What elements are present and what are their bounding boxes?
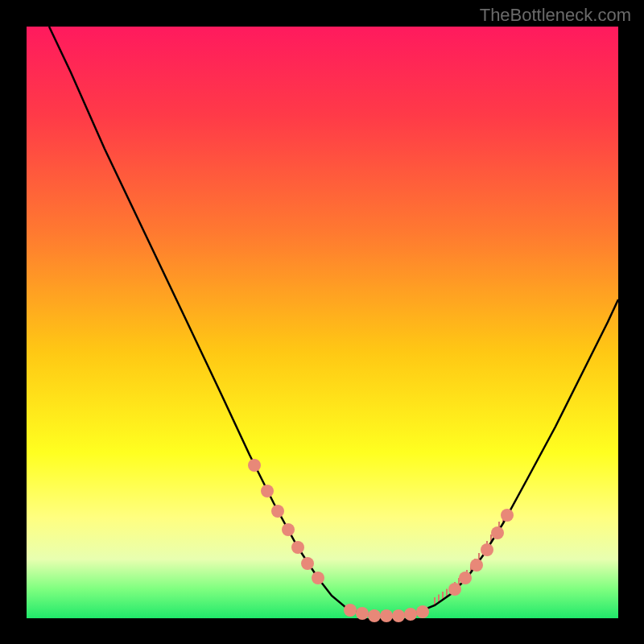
data-point [501,509,514,522]
data-point [312,572,324,584]
data-point [380,609,393,622]
watermark-text: TheBottleneck.com [480,5,631,26]
chart-plot-area [27,27,618,618]
data-point [392,609,405,622]
data-point [470,559,483,572]
data-point [291,541,304,554]
data-point [344,604,357,617]
data-point [404,608,417,621]
chart-svg [0,0,644,644]
data-point [282,523,295,536]
data-point [416,605,429,618]
data-point [301,557,314,570]
data-point [248,459,261,472]
data-point [368,609,381,622]
chart-container: TheBottleneck.com [0,0,644,644]
data-point [271,505,284,518]
data-point [448,583,461,596]
data-point [491,526,504,539]
data-point [459,572,472,584]
data-point [481,543,493,556]
data-point [261,485,274,497]
data-point [356,607,369,620]
